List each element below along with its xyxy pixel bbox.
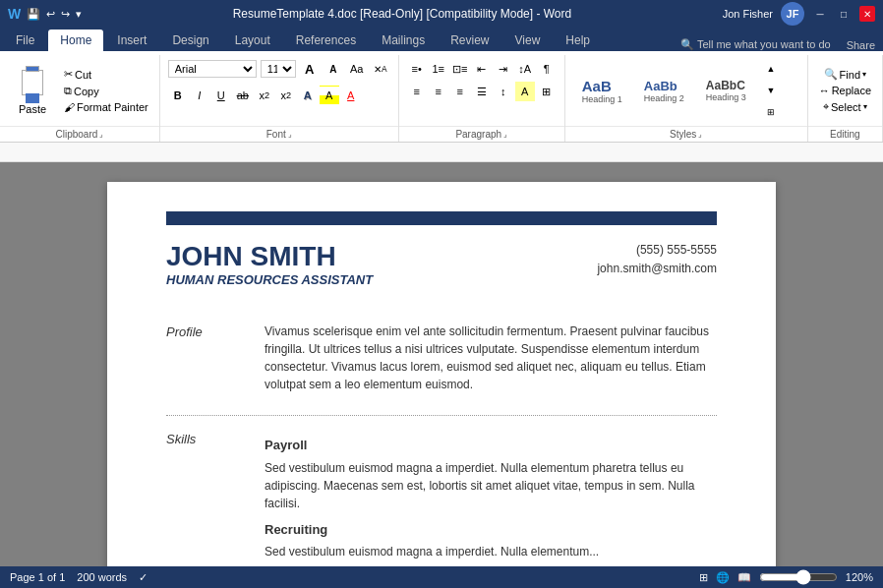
styles-scroll-up[interactable]: ▲: [761, 59, 781, 79]
replace-icon: ↔: [819, 85, 830, 96]
resume-name-section: JOHN SMITH HUMAN RESOURCES ASSISTANT (55…: [166, 241, 717, 303]
tab-mailings[interactable]: Mailings: [370, 29, 437, 51]
show-hide-button[interactable]: ¶: [537, 59, 557, 79]
select-button[interactable]: ⌖ Select ▾: [820, 99, 870, 114]
status-right: ⊞ 🌐 📖 120%: [699, 569, 873, 585]
find-dropdown-icon: ▾: [862, 70, 866, 79]
para-top-row: ≡• 1≡ ⊡≡ ⇤ ⇥ ↕A ¶: [407, 59, 557, 79]
align-left-button[interactable]: ≡: [407, 82, 427, 101]
profile-text: Vivamus scelerisque enim vel ante sollic…: [265, 323, 717, 393]
tab-file[interactable]: File: [4, 29, 46, 51]
numbering-button[interactable]: 1≡: [429, 59, 448, 79]
page-info: Page 1 of 1: [10, 571, 65, 583]
subscript-button[interactable]: x2: [255, 86, 274, 105]
title-bar: W 💾 ↩ ↪ ▾ ResumeTemplate 4.doc [Read-Onl…: [0, 0, 883, 28]
zoom-slider[interactable]: [759, 569, 838, 585]
style-heading2[interactable]: AaBb Heading 2: [635, 76, 693, 106]
style-heading1[interactable]: AaB Heading 1: [573, 75, 631, 107]
view-read-mode[interactable]: 📖: [737, 571, 751, 584]
sort-button[interactable]: ↕A: [515, 59, 535, 79]
style-heading3[interactable]: AaBbC Heading 3: [697, 76, 755, 105]
copy-icon: ⧉: [64, 85, 72, 97]
decrease-font-button[interactable]: A: [324, 59, 343, 79]
resume-contact: (555) 555-5555 john.smith@smith.com: [597, 241, 717, 278]
payroll-heading: Payroll: [265, 436, 717, 455]
tab-design[interactable]: Design: [160, 29, 220, 51]
paragraph-expand-icon[interactable]: ⌟: [503, 130, 507, 139]
editing-label: Editing: [808, 126, 882, 142]
view-print-layout[interactable]: ⊞: [699, 571, 708, 584]
tab-help[interactable]: Help: [554, 29, 602, 51]
borders-button[interactable]: ⊞: [537, 82, 557, 101]
share-button[interactable]: Share: [839, 39, 883, 51]
copy-button[interactable]: ⧉ Copy: [61, 84, 151, 98]
justify-button[interactable]: ☰: [472, 82, 492, 101]
paragraph-group: ≡• 1≡ ⊡≡ ⇤ ⇥ ↕A ¶ ≡ ≡ ≡ ☰ ↕ A ⊞ Paragrap…: [399, 55, 565, 142]
italic-button[interactable]: I: [190, 86, 209, 105]
superscript-button[interactable]: x2: [276, 86, 296, 105]
styles-scroll-down[interactable]: ▼: [761, 81, 781, 100]
replace-button[interactable]: ↔ Replace: [816, 84, 874, 97]
line-spacing-button[interactable]: ↕: [494, 82, 513, 101]
close-button[interactable]: ✕: [859, 6, 875, 22]
restore-button[interactable]: □: [836, 6, 852, 22]
clipboard-expand-icon[interactable]: ⌟: [99, 130, 103, 139]
shading-button[interactable]: A: [515, 82, 535, 101]
decrease-indent-button[interactable]: ⇤: [472, 59, 492, 79]
font-expand-icon[interactable]: ⌟: [288, 130, 292, 139]
change-case-button[interactable]: Aa: [347, 59, 367, 79]
heading3-label: Heading 3: [706, 92, 746, 102]
quick-access-redo[interactable]: ↪: [61, 8, 70, 21]
paste-button[interactable]: Paste: [8, 61, 57, 120]
profile-label: Profile: [166, 323, 265, 401]
quick-access-more[interactable]: ▾: [76, 8, 82, 21]
format-painter-button[interactable]: 🖌 Format Painter: [61, 100, 151, 114]
bold-button[interactable]: B: [168, 86, 188, 105]
tab-insert[interactable]: Insert: [105, 29, 158, 51]
clear-format-button[interactable]: ✕A: [371, 59, 390, 79]
tab-layout[interactable]: Layout: [223, 29, 282, 51]
multilevel-list-button[interactable]: ⊡≡: [450, 59, 470, 79]
resume-section-profile: Profile Vivamus scelerisque enim vel ant…: [166, 309, 717, 416]
bullets-button[interactable]: ≡•: [407, 59, 427, 79]
text-effects-button[interactable]: A: [298, 86, 318, 105]
font-group: Arial 11 A A Aa ✕A B I U ab x2 x2 A A A: [160, 55, 399, 142]
underline-button[interactable]: U: [211, 86, 231, 105]
paste-icon: [17, 66, 48, 103]
view-web-layout[interactable]: 🌐: [716, 571, 730, 584]
find-button[interactable]: 🔍 Find ▾: [821, 67, 869, 82]
tab-review[interactable]: Review: [439, 29, 500, 51]
ribbon: Paste ✂ Cut ⧉ Copy 🖌 Format Painter Clip…: [0, 51, 883, 143]
clipboard-sub: ✂ Cut ⧉ Copy 🖌 Format Painter: [61, 67, 151, 114]
styles-expand[interactable]: ⊞: [761, 102, 781, 122]
tab-home[interactable]: Home: [48, 29, 103, 51]
quick-access-undo[interactable]: ↩: [46, 8, 55, 21]
document-page[interactable]: JOHN SMITH HUMAN RESOURCES ASSISTANT (55…: [107, 182, 776, 569]
cut-button[interactable]: ✂ Cut: [61, 67, 151, 82]
increase-font-button[interactable]: A: [300, 59, 320, 79]
search-box[interactable]: 🔍 Tell me what you want to do: [680, 38, 839, 51]
align-center-button[interactable]: ≡: [429, 82, 448, 101]
styles-expand-icon[interactable]: ⌟: [698, 130, 702, 139]
editing-content: 🔍 Find ▾ ↔ Replace ⌖ Select ▾: [808, 55, 882, 126]
strikethrough-button[interactable]: ab: [233, 86, 253, 105]
quick-access-save[interactable]: 💾: [27, 8, 40, 21]
align-right-button[interactable]: ≡: [450, 82, 470, 101]
text-highlight-button[interactable]: A: [320, 86, 339, 105]
ribbon-tabs: File Home Insert Design Layout Reference…: [0, 28, 883, 51]
proofing-icon[interactable]: ✓: [139, 571, 147, 584]
tab-view[interactable]: View: [503, 29, 553, 51]
heading2-label: Heading 2: [644, 93, 684, 103]
font-color-button[interactable]: A: [341, 86, 361, 105]
tab-references[interactable]: References: [284, 29, 368, 51]
font-size-select[interactable]: 11: [261, 60, 296, 78]
font-name-select[interactable]: Arial: [168, 60, 257, 78]
minimize-button[interactable]: ─: [812, 6, 828, 22]
cut-icon: ✂: [64, 68, 73, 81]
select-dropdown-icon: ▾: [863, 102, 867, 111]
increase-indent-button[interactable]: ⇥: [494, 59, 513, 79]
clipboard-group: Paste ✂ Cut ⧉ Copy 🖌 Format Painter Clip…: [0, 55, 160, 142]
user-avatar: JF: [781, 2, 804, 26]
payroll-text: Sed vestibulum euismod magna a imperdiet…: [265, 459, 717, 512]
resume-email: john.smith@smith.com: [597, 260, 717, 278]
